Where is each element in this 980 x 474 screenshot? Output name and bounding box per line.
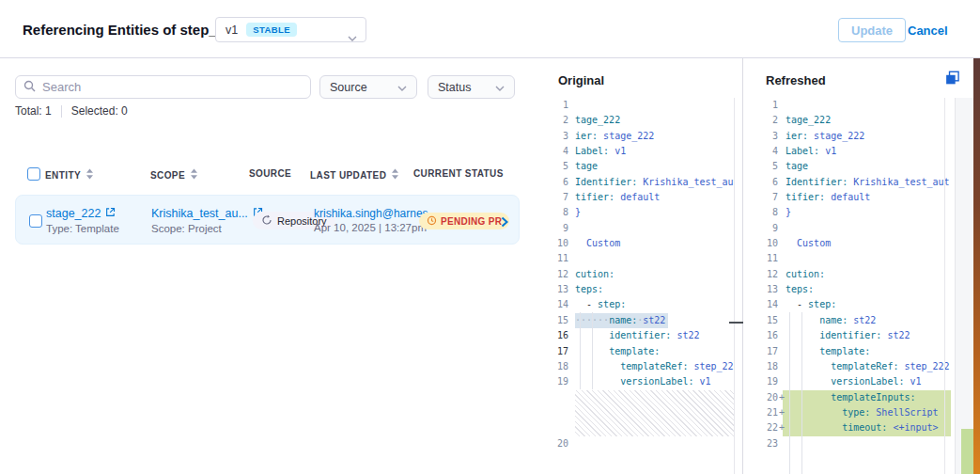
line-number: 7	[743, 190, 778, 205]
code-line: 19 versionLabel: v1	[534, 374, 734, 389]
code-line: 1	[743, 98, 951, 113]
code-line: 21+ type: ShellScript	[743, 405, 951, 420]
line-number: 18	[534, 359, 568, 374]
chevron-down-icon	[348, 28, 357, 45]
cancel-button[interactable]: Cancel	[908, 24, 948, 38]
scope-link[interactable]: Krishika_test_au...	[151, 207, 263, 220]
line-number: 23	[743, 436, 778, 451]
code-line: 5tage	[534, 159, 734, 174]
table-row[interactable]: stage_222 Type: Template Krishika_test_a…	[15, 195, 520, 245]
column-header-last-updated[interactable]: LAST UPDATED	[310, 168, 399, 182]
line-number: 14	[743, 297, 778, 312]
update-button[interactable]: Update	[838, 18, 906, 42]
diff-sash-handle[interactable]	[729, 322, 744, 324]
code-line: 10 Custom	[534, 236, 734, 251]
line-number: 15	[534, 313, 568, 328]
line-number: 6	[534, 175, 568, 190]
code-line: 22+ timeout: <+input>	[743, 420, 951, 435]
code-line: 8}	[534, 205, 734, 220]
code-line: 5tage	[743, 159, 951, 174]
external-link-icon[interactable]	[105, 207, 116, 220]
code-line: 2tage_222	[534, 113, 734, 128]
code-line: 10 Custom	[743, 236, 951, 251]
code-line: 4Label: v1	[534, 144, 734, 159]
stable-badge: STABLE	[246, 23, 297, 37]
line-number: 1	[534, 98, 568, 113]
code-line: 7tifier: default	[534, 190, 734, 205]
modal-header: Referencing Entities of step_222 v1 STAB…	[0, 0, 980, 58]
code-line: 20+ templateInputs:	[743, 390, 951, 405]
code-line: 6Identifier: Krishika_test_aut	[534, 175, 734, 190]
page-edge-strip	[973, 58, 980, 474]
code-line: 13teps:	[743, 282, 951, 297]
line-number: 8	[534, 205, 568, 220]
code-line: 3ier: stage_222	[743, 129, 951, 144]
row-checkbox[interactable]	[29, 214, 42, 228]
sort-icon[interactable]	[190, 168, 198, 182]
row-expand-chevron[interactable]	[501, 214, 508, 231]
line-number: 19	[743, 374, 778, 389]
sort-icon[interactable]	[391, 168, 399, 182]
code-line: 14 - step:	[534, 297, 734, 312]
code-line: 12cution:	[743, 267, 951, 282]
content-edge-line	[734, 98, 735, 474]
code-line: 8}	[743, 205, 951, 220]
line-number: 13	[534, 282, 568, 297]
totals-bar: Total: 1 Selected: 0	[15, 104, 128, 118]
code-line: 17 template:	[743, 344, 951, 359]
line-number: 5	[534, 159, 568, 174]
status-badge: PENDING PR	[419, 213, 509, 229]
column-header-source: SOURCE	[249, 168, 291, 179]
code-line: 18 templateRef: step_222	[534, 359, 734, 374]
code-line: 23	[743, 436, 951, 451]
chevron-down-icon	[397, 81, 407, 94]
select-all-checkbox[interactable]	[27, 167, 40, 181]
code-line: 15······name:·st22	[534, 313, 734, 328]
version-label: v1	[226, 24, 238, 37]
version-select[interactable]: v1 STABLE	[215, 17, 366, 42]
code-line: 16 identifier: st22	[534, 328, 734, 343]
line-number: 2	[534, 113, 568, 128]
sort-icon[interactable]	[86, 168, 94, 182]
selected-count: Selected: 0	[71, 104, 128, 118]
overview-ruler[interactable]	[955, 98, 973, 474]
code-line: 19 versionLabel: v1	[743, 374, 951, 389]
indent-guide	[592, 312, 593, 389]
line-number: 17	[743, 344, 778, 359]
diff-pane-original: Original 12tage_2223ier: stage_2224Label…	[534, 58, 742, 474]
status-filter-dropdown[interactable]: Status	[428, 75, 515, 99]
indent-guide	[789, 312, 790, 474]
chevron-down-icon	[495, 81, 505, 94]
code-line: 15 name: st22	[743, 313, 951, 328]
line-number: 10	[534, 236, 568, 251]
code-line: 3ier: stage_222	[534, 129, 734, 144]
copy-icon[interactable]	[944, 71, 960, 90]
clock-icon	[427, 215, 437, 228]
indent-guide	[580, 312, 581, 389]
line-number: 15	[743, 313, 778, 328]
line-number: 22	[743, 420, 778, 435]
diff-spacer-hatch	[534, 390, 734, 436]
column-header-entity[interactable]: ENTITY	[45, 168, 94, 182]
content-edge-line	[944, 98, 945, 474]
line-number: 10	[743, 236, 778, 251]
source-filter-dropdown[interactable]: Source	[319, 75, 417, 99]
line-number: 21	[743, 405, 778, 420]
total-count: Total: 1	[15, 104, 52, 118]
column-header-scope[interactable]: SCOPE	[150, 168, 198, 182]
refreshed-code-editor[interactable]: 12tage_2223ier: stage_2224Label: v15tage…	[743, 98, 951, 451]
search-input[interactable]	[42, 80, 303, 94]
column-label: CURRENT STATUS	[413, 168, 504, 179]
entity-type: Type: Template	[46, 223, 119, 234]
code-line: 12cution:	[534, 267, 734, 282]
line-number: 4	[743, 144, 778, 159]
entity-link[interactable]: stage_222	[46, 207, 119, 220]
code-line: 18 templateRef: step_222	[743, 359, 951, 374]
line-number: 8	[743, 205, 778, 220]
line-number: 5	[743, 159, 778, 174]
original-code-editor[interactable]: 12tage_2223ier: stage_2224Label: v15tage…	[534, 98, 734, 451]
line-number: 7	[534, 190, 568, 205]
line-number: 3	[534, 129, 568, 144]
line-number: 20	[743, 390, 778, 405]
code-line: 11	[743, 251, 951, 266]
